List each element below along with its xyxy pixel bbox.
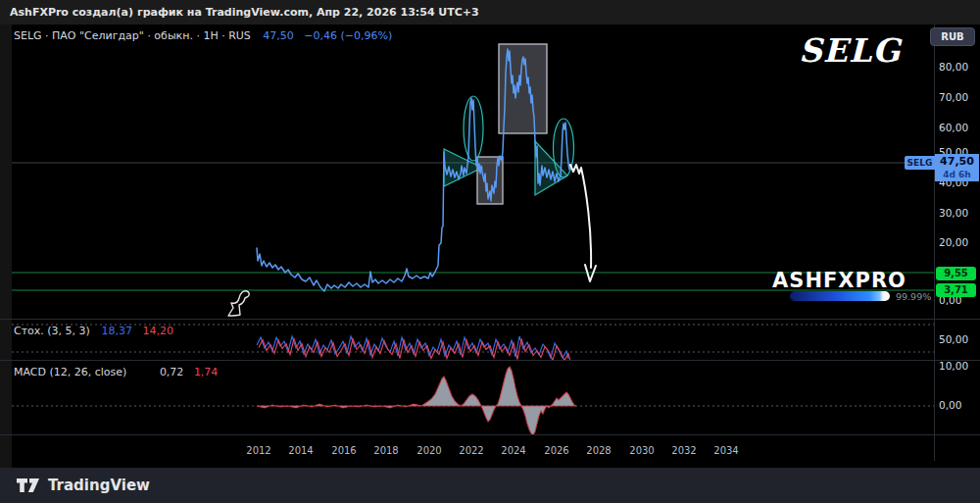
year-tick: 2016	[331, 445, 356, 456]
price-tick: 30,00	[939, 207, 968, 219]
macd-label: MACD (12, 26, close)	[14, 366, 126, 378]
tradingview-logo-text[interactable]: TradingView	[48, 477, 150, 494]
stoch-legend[interactable]: Стох. (3, 5, 3) 18,37 14,20	[14, 325, 173, 337]
currency-toggle-button[interactable]: RUB	[930, 27, 975, 46]
macd-hist-value: 0,72	[160, 366, 184, 378]
macd-scale-tick: 0,00	[939, 399, 961, 411]
tradingview-snapshot: AshFXPro создал(а) график на TradingView…	[0, 0, 980, 503]
stoch-d-value: 14,20	[142, 325, 173, 337]
level-label-lower: 3,71	[936, 283, 976, 297]
forecast-arrow[interactable]	[570, 165, 596, 281]
macd-line	[257, 367, 576, 435]
chart-area[interactable]: SELG · ПАО "Селигдар" · обыкн. · 1H · RU…	[0, 25, 980, 468]
price-tick: 20,00	[939, 236, 968, 248]
year-tick: 2012	[246, 445, 270, 456]
snapshot-header-text: AshFXPro создал(а) график на TradingView…	[10, 6, 479, 19]
macd-legend[interactable]: MACD (12, 26, close) 0,72 1,74	[14, 366, 218, 378]
year-tick: 2026	[544, 445, 568, 456]
year-tick: 2032	[671, 445, 696, 456]
symbol-watermark: SELG	[799, 31, 901, 70]
year-tick: 2018	[373, 445, 398, 456]
year-tick: 2022	[459, 445, 483, 456]
year-tick: 2024	[501, 445, 525, 456]
year-tick: 2020	[416, 445, 441, 456]
dinosaur-doodle-icon[interactable]	[228, 291, 249, 316]
brand-progress-percent: 99.99%	[896, 291, 931, 302]
symbol-legend[interactable]: SELG · ПАО "Селигдар" · обыкн. · 1H · RU…	[14, 29, 392, 42]
chart-canvas[interactable]	[0, 25, 980, 468]
price-label-countdown: 4d 6h	[935, 169, 979, 181]
price-label-symbol-tag: SELG	[905, 156, 935, 170]
price-label-value: 47,50	[935, 154, 979, 169]
macd-signal-value: 1,74	[194, 366, 219, 378]
pane-separators	[0, 25, 980, 461]
footer-bar: TradingView	[0, 468, 980, 503]
price-tick: 60,00	[939, 122, 968, 133]
stoch-k-value: 18,37	[101, 325, 132, 337]
year-tick: 2014	[288, 445, 313, 456]
tradingview-logo-icon[interactable]	[17, 478, 40, 493]
price-tick: 80,00	[939, 61, 968, 73]
snapshot-header: AshFXPro создал(а) график на TradingView…	[0, 0, 980, 25]
stoch-scale-tick: 50,00	[939, 333, 968, 345]
stoch-label: Стох. (3, 5, 3)	[14, 325, 90, 337]
brand-watermark: ASHFXPRO	[772, 269, 902, 292]
brand-progress-bar	[790, 291, 890, 301]
price-change: −0,46 (−0,96%)	[304, 29, 392, 42]
symbol-description: SELG · ПАО "Селигдар" · обыкн. · 1H · RU…	[14, 29, 251, 42]
year-tick: 2028	[586, 445, 611, 456]
year-tick: 2030	[629, 445, 654, 456]
last-price: 47,50	[263, 29, 294, 42]
macd-scale-tick: 10,00	[939, 360, 968, 372]
price-tick: 70,00	[939, 91, 968, 103]
level-label-upper: 9,55	[936, 267, 976, 280]
year-tick: 2034	[713, 445, 738, 456]
